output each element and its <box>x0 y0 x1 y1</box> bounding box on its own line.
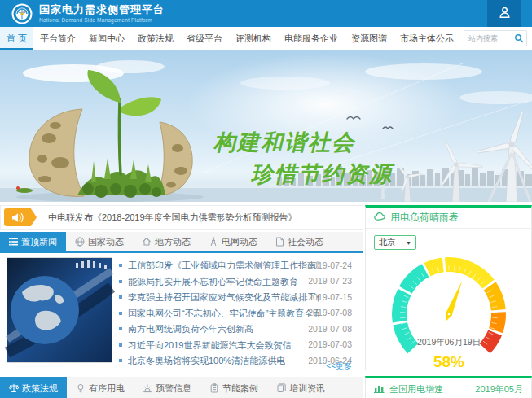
news-item-date: 2019-07-24 <box>308 260 352 270</box>
nav-item-evaluation-agencies[interactable]: 评测机构 <box>229 27 278 50</box>
growth-panel-title: 全国用电增速 <box>389 383 443 396</box>
nav-item-policies[interactable]: 政策法规 <box>131 27 180 50</box>
gauge-date: 2019年06月19日 <box>417 337 481 347</box>
siren-icon <box>143 383 152 393</box>
search-input[interactable] <box>468 34 514 42</box>
bullet-icon <box>119 280 122 283</box>
ticker-link[interactable]: 中电联发布《2018-2019年度全国电力供需形势分析预测报告》 <box>48 212 297 224</box>
news-item-date: 2019-07-03 <box>308 339 352 349</box>
news-item-title[interactable]: 南方电网统调负荷今年六创新高 <box>128 323 253 335</box>
news-item[interactable]: 国家电网公司“不忘初心、牢记使命”主题教育全面展开 2019-07-08 <box>119 306 357 322</box>
site-title: 国家电力需求侧管理平台 <box>39 4 165 15</box>
bullet-icon <box>119 264 122 267</box>
news-tabs: 置顶新闻 国家动态 地方动态 电网动态 社会动态 <box>0 232 363 253</box>
news-item[interactable]: 南方电网统调负荷今年六创新高 2019-07-08 <box>119 321 357 338</box>
news-image[interactable] <box>7 257 112 363</box>
banner: 构建和谐社会 珍惜节约资源 <box>0 50 532 202</box>
growth-panel-period: 2019年05月 <box>475 383 523 396</box>
bullet-icon <box>119 343 122 347</box>
tab-warning-info[interactable]: 预警信息 <box>134 377 200 398</box>
bullet-icon <box>119 359 122 362</box>
nav-item-platform-intro[interactable]: 平台简介 <box>33 27 82 50</box>
tab-label: 政策法规 <box>22 383 58 395</box>
tab-top-news[interactable]: 置顶新闻 <box>0 232 66 251</box>
tab-label: 国家动态 <box>88 236 124 248</box>
tab-training-info[interactable]: 培训资讯 <box>267 377 334 398</box>
bar-chart-icon <box>374 382 385 396</box>
load-gauge-panel: 用电负荷晴雨表 北京 ▼ 2019年06月19日 58% <box>365 205 532 370</box>
news-item-title[interactable]: 习近平向2019世界新能源汽车大会致贺信 <box>128 339 291 352</box>
main-nav: 首 页 平台简介 新闻中心 政策法规 省级平台 评测机构 电能服务企业 资源图谱… <box>0 27 532 50</box>
banner-illustration: 构建和谐社会 珍惜节约资源 <box>0 50 532 202</box>
banner-slogan-line2: 珍惜节约资源 <box>250 162 395 186</box>
gauge-panel-title: 用电负荷晴雨表 <box>390 211 459 225</box>
news-item[interactable]: 习近平向2019世界新能源汽车大会致贺信 2019-07-03 <box>119 338 357 354</box>
news-item[interactable]: 能源局扎实开展不忘初心牢记使命主题教育 2019-07-23 <box>119 274 357 291</box>
nav-item-market-entity-disclosure[interactable]: 市场主体公示 <box>394 27 460 50</box>
tab-local-news[interactable]: 地方动态 <box>133 232 200 251</box>
speaker-icon <box>4 208 37 226</box>
news-item-date: 2019-07-15 <box>308 292 352 302</box>
news-panel: 工信部印发《工业领域电力需求侧管理工作指南》 2019-07-24 能源局扎实开… <box>0 253 363 375</box>
news-item[interactable]: 工信部印发《工业领域电力需求侧管理工作指南》 2019-07-24 <box>119 258 357 274</box>
site-subtitle: National Demand Side Management Platform <box>39 17 165 23</box>
tower-icon <box>209 237 218 247</box>
load-gauge: 2019年06月19日 58% <box>366 252 532 372</box>
news-item-title[interactable]: 工信部印发《工业领域电力需求侧管理工作指南》 <box>128 260 319 272</box>
tab-label: 预警信息 <box>156 383 191 395</box>
chevron-down-icon: ▼ <box>406 240 411 246</box>
news-item-date: 2019-07-23 <box>308 276 352 286</box>
tab-grid-news[interactable]: 电网动态 <box>200 232 266 251</box>
news-item-title[interactable]: 国家电网公司“不忘初心、牢记使命”主题教育全面展开 <box>128 308 319 320</box>
city-select-value: 北京 <box>379 237 395 248</box>
more-link[interactable]: <<更多 <box>326 361 352 372</box>
globe-icon <box>75 237 85 247</box>
news-ticker: 中电联发布《2018-2019年度全国电力供需形势分析预测报告》 <box>0 205 363 230</box>
login-button[interactable] <box>487 0 521 27</box>
city-select[interactable]: 北京 ▼ <box>374 235 416 250</box>
tab-social-news[interactable]: 社会动态 <box>266 232 332 251</box>
tab-energy-saving-cases[interactable]: 节能案例 <box>200 377 267 398</box>
tab-label: 有序用电 <box>89 383 125 395</box>
list-icon <box>9 238 18 246</box>
tab-label: 节能案例 <box>222 383 258 395</box>
growth-panel: 全国用电增速 2019年05月 <box>365 376 532 398</box>
tab-national-news[interactable]: 国家动态 <box>66 232 133 251</box>
header: 国家电力需求侧管理平台 National Demand Side Managem… <box>0 0 532 27</box>
bulb-icon <box>76 383 86 393</box>
tab-policy-regulations[interactable]: 政策法规 <box>0 377 67 398</box>
news-item-title[interactable]: 李克强主持召开国家应对气候变化及节能减排工作领导小组会议 <box>128 291 319 304</box>
news-item-title[interactable]: 能源局扎实开展不忘初心牢记使命主题教育 <box>128 276 298 288</box>
news-item-date: 2019-07-08 <box>308 308 352 317</box>
news-item[interactable]: 北京冬奥场馆将实现100%清洁能源供电 2019-06-24 <box>119 353 357 370</box>
cloud-icon <box>374 212 385 224</box>
news-item-date: 2019-07-08 <box>308 324 352 334</box>
nav-item-news-center[interactable]: 新闻中心 <box>82 27 131 50</box>
document-icon <box>275 237 284 247</box>
gauge-panel-header: 用电负荷晴雨表 <box>366 208 531 229</box>
news-list: 工信部印发《工业领域电力需求侧管理工作指南》 2019-07-24 能源局扎实开… <box>119 258 357 370</box>
gauge-value: 58% <box>433 353 464 370</box>
user-icon <box>499 6 511 22</box>
banner-slogan-line1: 构建和谐社会 <box>213 130 356 155</box>
tab-label: 地方动态 <box>155 236 191 248</box>
tab-label: 社会动态 <box>288 236 323 248</box>
nav-item-resource-atlas[interactable]: 资源图谱 <box>345 27 394 50</box>
site-titles: 国家电力需求侧管理平台 National Demand Side Managem… <box>39 4 165 23</box>
news-item[interactable]: 李克强主持召开国家应对气候变化及节能减排工作领导小组会议 2019-07-15 <box>119 290 357 306</box>
bottom-tabs: 政策法规 有序用电 预警信息 节能案例 <box>0 377 363 398</box>
nav-item-provincial-platforms[interactable]: 省级平台 <box>180 27 229 50</box>
bullet-icon <box>119 295 122 299</box>
bullet-icon <box>119 327 122 330</box>
site-search <box>464 30 527 46</box>
tab-orderly-power-use[interactable]: 有序用电 <box>67 377 134 398</box>
bullet-icon <box>119 312 122 315</box>
tab-label: 电网动态 <box>222 236 257 248</box>
nav-item-energy-service-companies[interactable]: 电能服务企业 <box>278 27 345 50</box>
news-item-title[interactable]: 北京冬奥场馆将实现100%清洁能源供电 <box>128 355 285 367</box>
scales-icon <box>9 383 19 393</box>
search-icon[interactable] <box>514 33 524 43</box>
books-icon <box>276 383 286 393</box>
nav-item-home[interactable]: 首 页 <box>0 27 33 50</box>
tab-label: 置顶新闻 <box>21 236 57 248</box>
